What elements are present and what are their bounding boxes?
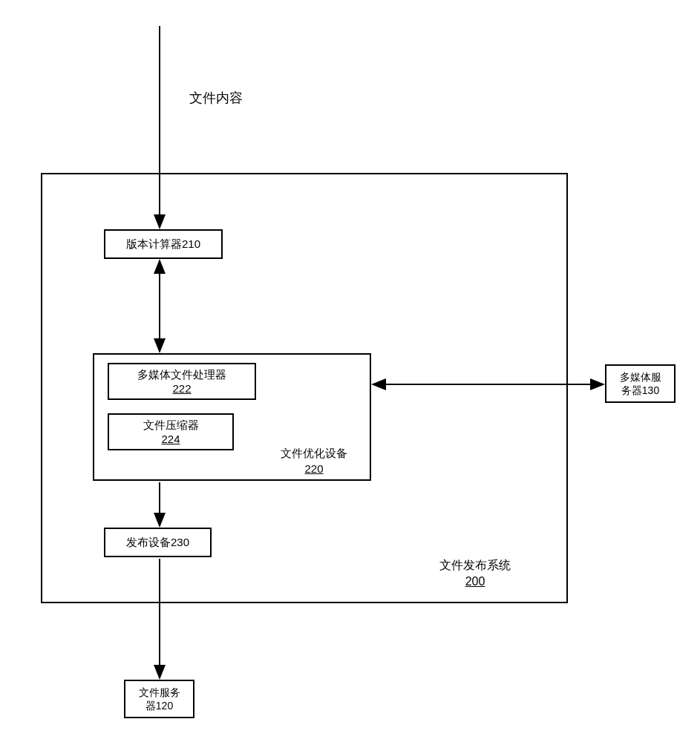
file-optimizer-name: 文件优化设备 bbox=[281, 447, 347, 459]
multimedia-processor-line1: 多媒体文件处理器 bbox=[137, 367, 226, 382]
publish-device-box: 发布设备230 bbox=[104, 528, 212, 557]
multimedia-server-line1: 多媒体服 bbox=[620, 370, 661, 384]
system-name: 文件发布系统 bbox=[439, 559, 511, 571]
file-server-box: 文件服务 器120 bbox=[124, 680, 194, 718]
publish-device-text: 发布设备230 bbox=[126, 535, 189, 550]
system-id: 200 bbox=[465, 575, 485, 588]
file-optimizer-id: 220 bbox=[304, 462, 323, 475]
file-compressor-box: 文件压缩器 224 bbox=[108, 413, 234, 450]
multimedia-server-line2: 务器130 bbox=[621, 384, 659, 397]
file-server-line1: 文件服务 bbox=[139, 686, 180, 699]
multimedia-processor-line2: 222 bbox=[172, 381, 191, 396]
file-compressor-line1: 文件压缩器 bbox=[143, 418, 199, 433]
version-calculator-text: 版本计算器210 bbox=[126, 237, 200, 252]
multimedia-server-box: 多媒体服 务器130 bbox=[605, 364, 676, 403]
file-content-label: 文件内容 bbox=[189, 89, 243, 107]
version-calculator-box: 版本计算器210 bbox=[104, 229, 223, 259]
system-label: 文件发布系统 200 bbox=[423, 557, 527, 591]
file-server-line2: 器120 bbox=[145, 699, 173, 712]
file-optimizer-label: 文件优化设备 220 bbox=[269, 445, 359, 476]
multimedia-processor-box: 多媒体文件处理器 222 bbox=[108, 363, 256, 400]
file-compressor-line2: 224 bbox=[161, 432, 180, 447]
